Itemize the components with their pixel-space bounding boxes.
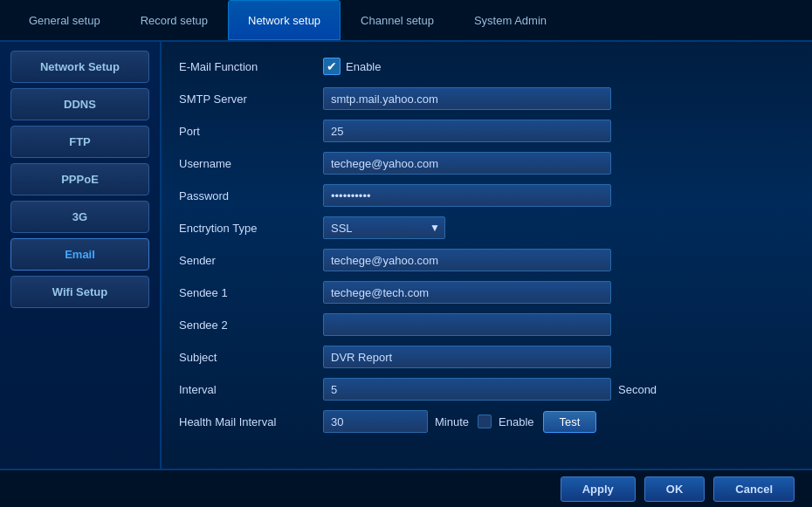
port-input[interactable] [323, 120, 611, 142]
encryption-label: Enctrytion Type [179, 222, 323, 235]
sendee1-input[interactable] [323, 281, 611, 304]
username-input[interactable] [323, 152, 611, 175]
email-function-label: E-Mail Function [179, 60, 323, 73]
sidebar: Network Setup DDNS FTP PPPoE 3G Email Wi… [0, 42, 162, 469]
sender-label: Sender [179, 254, 323, 267]
subject-label: Subject [179, 351, 323, 364]
sendee2-row: Sendee 2 [179, 312, 795, 337]
sender-input[interactable] [323, 249, 611, 271]
subject-row: Subject [179, 345, 795, 369]
username-label: Username [179, 157, 323, 170]
password-row: Password [179, 183, 795, 208]
encryption-row: Enctrytion Type SSL TLS None ▼ [179, 216, 795, 240]
smtp-server-label: SMTP Server [179, 92, 323, 106]
sendee1-label: Sendee 1 [179, 286, 323, 299]
tab-general[interactable]: General setup [9, 0, 120, 40]
tab-record[interactable]: Record setup [120, 0, 228, 40]
port-label: Port [179, 125, 323, 138]
sidebar-item-network-setup[interactable]: Network Setup [10, 51, 149, 83]
sendee2-input[interactable] [323, 313, 611, 336]
apply-button[interactable]: Apply [561, 476, 636, 502]
interval-row: Interval Second [179, 377, 795, 401]
username-row: Username [179, 151, 795, 175]
interval-input[interactable] [323, 378, 611, 401]
enable-checkbox[interactable]: ✔ [323, 58, 341, 75]
health-enable-label: Enable [499, 415, 533, 428]
smtp-server-input[interactable] [323, 87, 611, 110]
tab-channel[interactable]: Channel setup [341, 0, 454, 40]
sidebar-item-email[interactable]: Email [10, 238, 149, 271]
sidebar-item-pppoe[interactable]: PPPoE [10, 163, 149, 195]
tab-system[interactable]: System Admin [454, 0, 567, 40]
health-enable-checkbox[interactable] [478, 415, 492, 428]
encryption-select[interactable]: SSL TLS None [323, 216, 445, 239]
enable-label: Enable [346, 60, 381, 73]
interval-unit: Second [618, 383, 657, 396]
email-settings-panel: E-Mail Function ✔ Enable SMTP Server Por… [162, 42, 812, 469]
email-function-row: E-Mail Function ✔ Enable [179, 54, 795, 79]
sidebar-item-ddns[interactable]: DDNS [10, 88, 149, 120]
sendee1-row: Sendee 1 [179, 280, 795, 305]
subject-input[interactable] [323, 346, 611, 368]
health-mail-input[interactable] [323, 410, 428, 433]
sidebar-item-3g[interactable]: 3G [10, 201, 149, 233]
main-content: Network Setup DDNS FTP PPPoE 3G Email Wi… [0, 42, 812, 469]
tab-bar: General setup Record setup Network setup… [0, 0, 812, 42]
health-mail-label: Health Mail Interval [179, 415, 323, 428]
tab-network[interactable]: Network setup [228, 0, 341, 40]
password-input[interactable] [323, 184, 611, 207]
health-mail-row: Health Mail Interval Minute Enable Test [179, 409, 795, 434]
test-button[interactable]: Test [543, 411, 597, 433]
sendee2-label: Sendee 2 [179, 319, 323, 332]
cancel-button[interactable]: Cancel [713, 476, 795, 502]
footer: Apply OK Cancel [0, 469, 812, 507]
health-mail-unit: Minute [435, 415, 469, 428]
encryption-dropdown-wrap: SSL TLS None ▼ [323, 216, 445, 239]
sidebar-item-ftp[interactable]: FTP [10, 126, 149, 158]
sidebar-item-wifi[interactable]: Wifi Setup [10, 276, 149, 308]
port-row: Port [179, 119, 795, 143]
smtp-server-row: SMTP Server [179, 86, 795, 111]
interval-label: Interval [179, 383, 323, 396]
password-label: Password [179, 189, 323, 202]
email-function-checkbox-area: ✔ Enable [323, 58, 381, 75]
sender-row: Sender [179, 248, 795, 272]
ok-button[interactable]: OK [644, 476, 705, 502]
